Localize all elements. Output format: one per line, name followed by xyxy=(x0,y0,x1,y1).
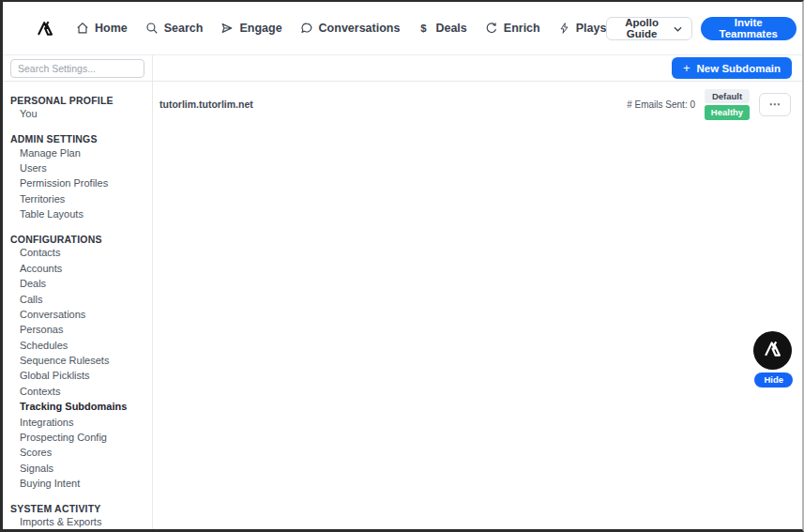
sidebar-item-sequence-rulesets[interactable]: Sequence Rulesets xyxy=(3,353,152,368)
section-title-admin-settings: ADMIN SETTINGS xyxy=(3,133,152,144)
app-window: Home Search Engage Conversations $ Deals… xyxy=(0,0,804,532)
enrich-refresh-icon xyxy=(485,22,498,35)
sidebar-item-contexts[interactable]: Contexts xyxy=(3,384,152,399)
sidebar-item-users[interactable]: Users xyxy=(3,160,152,175)
sidebar-item-imports-exports[interactable]: Imports & Exports xyxy=(3,514,152,529)
nav-enrich[interactable]: Enrich xyxy=(485,22,540,35)
svg-text:$: $ xyxy=(421,23,428,34)
assistant-hide-button[interactable]: Hide xyxy=(754,372,793,388)
assistant-bubble-button[interactable] xyxy=(753,331,792,370)
nav-label: Engage xyxy=(239,22,281,35)
content-area: PERSONAL PROFILE You ADMIN SETTINGS Mana… xyxy=(3,55,802,529)
sidebar-item-manage-plan[interactable]: Manage Plan xyxy=(3,144,152,160)
send-icon xyxy=(220,22,234,35)
sidebar-item-territories[interactable]: Territories xyxy=(3,191,152,206)
primary-nav: Home Search Engage Conversations $ Deals… xyxy=(76,22,606,35)
sidebar-item-contacts[interactable]: Contacts xyxy=(3,245,152,260)
nav-search[interactable]: Search xyxy=(145,22,204,35)
nav-deals[interactable]: $ Deals xyxy=(417,22,466,35)
apollo-logo-icon[interactable] xyxy=(37,20,53,37)
chevron-down-icon xyxy=(674,23,682,34)
new-subdomain-button[interactable]: + New Subdomain xyxy=(672,57,792,79)
subdomain-row: tutorlim.tutorlim.net # Emails Sent: 0 D… xyxy=(153,82,802,120)
subdomain-row-right: # Emails Sent: 0 Default Healthy ⋯ xyxy=(627,89,791,120)
dollar-icon: $ xyxy=(417,22,430,35)
settings-search-box[interactable] xyxy=(10,59,144,78)
nav-label: Home xyxy=(95,22,128,35)
section-title-configurations: CONFIGURATIONS xyxy=(3,234,152,245)
emails-sent-count: # Emails Sent: 0 xyxy=(627,99,695,110)
search-icon xyxy=(145,22,159,35)
subdomains-toolbar: + New Subdomain xyxy=(153,55,802,82)
sidebar-search-wrap xyxy=(3,55,152,82)
sidebar-item-global-picklists[interactable]: Global Picklists xyxy=(3,368,152,383)
nav-label: Search xyxy=(164,22,204,35)
settings-sidebar: PERSONAL PROFILE You ADMIN SETTINGS Mana… xyxy=(3,55,153,529)
sidebar-item-personas[interactable]: Personas xyxy=(3,322,152,337)
nav-label: Conversations xyxy=(319,22,401,35)
top-navigation-bar: Home Search Engage Conversations $ Deals… xyxy=(3,2,802,55)
nav-conversations[interactable]: Conversations xyxy=(300,22,401,35)
invite-teammates-button[interactable]: Invite Teammates xyxy=(701,17,796,40)
chat-icon xyxy=(300,22,313,35)
healthy-status-badge: Healthy xyxy=(705,105,750,119)
bolt-icon xyxy=(558,22,570,35)
sidebar-item-you[interactable]: You xyxy=(3,106,152,121)
row-actions-menu-button[interactable]: ⋯ xyxy=(759,93,791,116)
sidebar-item-integrations[interactable]: Integrations xyxy=(3,414,152,429)
nav-engage[interactable]: Engage xyxy=(220,22,281,35)
nav-label: Deals xyxy=(435,22,466,35)
sidebar-item-deals[interactable]: Deals xyxy=(3,276,152,291)
sidebar-item-scores[interactable]: Scores xyxy=(3,445,152,460)
default-badge: Default xyxy=(705,89,750,103)
section-title-personal-profile: PERSONAL PROFILE xyxy=(3,95,152,106)
settings-search-input[interactable] xyxy=(18,63,137,74)
nav-plays[interactable]: Plays xyxy=(558,22,607,35)
sidebar-item-conversations[interactable]: Conversations xyxy=(3,307,152,322)
section-title-system-activity: SYSTEM ACTIVITY xyxy=(3,503,152,514)
subdomain-name: tutorlim.tutorlim.net xyxy=(159,99,253,110)
assistant-widget: Hide xyxy=(753,331,793,388)
sidebar-item-signals[interactable]: Signals xyxy=(3,461,152,476)
badge-stack: Default Healthy xyxy=(705,89,750,120)
sidebar-item-permission-profiles[interactable]: Permission Profiles xyxy=(3,175,152,190)
settings-nav: PERSONAL PROFILE You ADMIN SETTINGS Mana… xyxy=(3,82,152,529)
apollo-guide-label: Apollo Guide xyxy=(616,17,666,39)
sidebar-item-buying-intent[interactable]: Buying Intent xyxy=(3,476,152,491)
apollo-logo-icon xyxy=(764,340,781,361)
plus-icon: + xyxy=(683,62,690,74)
ellipsis-icon: ⋯ xyxy=(769,99,781,110)
new-subdomain-label: New Subdomain xyxy=(697,63,781,74)
sidebar-item-calls[interactable]: Calls xyxy=(3,291,152,306)
sidebar-item-schedules[interactable]: Schedules xyxy=(3,338,152,353)
home-icon xyxy=(76,22,89,35)
nav-right-cluster: Apollo Guide Invite Teammates xyxy=(606,17,804,40)
nav-label: Plays xyxy=(576,22,607,35)
sidebar-item-table-layouts[interactable]: Table Layouts xyxy=(3,206,152,221)
nav-home[interactable]: Home xyxy=(76,22,128,35)
tracking-subdomains-panel: + New Subdomain tutorlim.tutorlim.net # … xyxy=(153,55,802,529)
sidebar-item-accounts[interactable]: Accounts xyxy=(3,261,152,276)
apollo-guide-dropdown[interactable]: Apollo Guide xyxy=(606,17,691,40)
nav-label: Enrich xyxy=(504,22,540,35)
sidebar-item-tracking-subdomains[interactable]: Tracking Subdomains xyxy=(3,399,152,414)
sidebar-item-prospecting-config[interactable]: Prospecting Config xyxy=(3,430,152,445)
